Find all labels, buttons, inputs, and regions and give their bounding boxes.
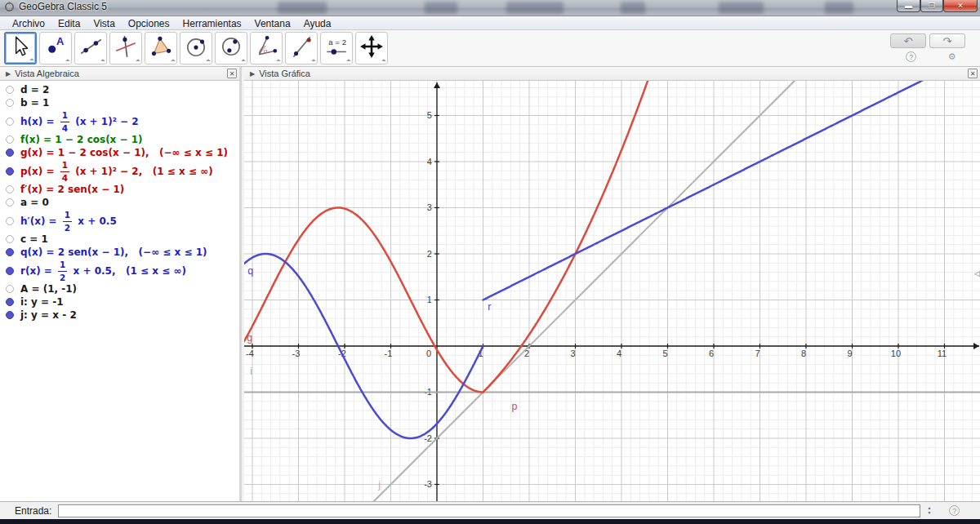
close-button[interactable]: ✕ [943, 0, 978, 12]
algebra-item-d[interactable]: d = 2 [0, 83, 239, 96]
input-bar: Entrada: ▲ ▼ ? [0, 501, 980, 519]
graphics-collapse-arrow-icon[interactable]: ▶ [250, 70, 255, 78]
undo-button[interactable]: ↶ [890, 33, 926, 48]
polygon-icon [149, 34, 173, 62]
redo-icon: ↷ [943, 36, 952, 47]
visibility-toggle-icon[interactable] [6, 198, 14, 206]
algebra-collapse-arrow-icon[interactable]: ▶ [6, 70, 11, 78]
menu-bar: ArchivoEditaVistaOpcionesHerramientasVen… [0, 17, 980, 30]
algebra-item-text: a = 0 [20, 197, 49, 208]
graphics-view-title: Vista Gráfica [259, 69, 310, 78]
menu-ayuda[interactable]: Ayuda [298, 18, 337, 29]
visibility-toggle-icon[interactable] [6, 285, 14, 293]
svg-text:3: 3 [427, 202, 432, 212]
algebra-item-r[interactable]: r(x) = 12 x + 0.5, (1 ≤ x ≤ ∞) [0, 259, 239, 282]
curve-p[interactable] [483, 81, 657, 393]
redo-button[interactable]: ↷ [929, 33, 965, 48]
curve-label-i: i [250, 366, 252, 377]
visibility-toggle-icon[interactable] [6, 311, 14, 319]
panel-collapse-handle-icon[interactable]: ◁ [974, 269, 980, 278]
slider-tool[interactable]: a = 2 [320, 32, 353, 64]
tool-dropdown-arrow-icon[interactable] [276, 59, 281, 64]
transform-tool[interactable] [285, 32, 318, 64]
algebra-item-h[interactable]: h(x) = 14 (x + 1)² − 2 [0, 109, 239, 133]
input-history-spinner[interactable]: ▲ ▼ [927, 506, 931, 515]
visibility-toggle-icon[interactable] [6, 149, 14, 157]
algebra-item-q[interactable]: q(x) = 2 sen(x − 1), (−∞ ≤ x ≤ 1) [0, 246, 239, 259]
visibility-toggle-icon[interactable] [6, 235, 14, 243]
perpendicular-line-tool[interactable] [109, 32, 142, 64]
point-tool[interactable]: A [39, 32, 72, 64]
algebra-item-j[interactable]: j: y = x - 2 [0, 309, 239, 322]
input-help-button[interactable]: ? [949, 505, 960, 516]
tool-dropdown-arrow-icon[interactable] [171, 59, 176, 64]
visibility-toggle-icon[interactable] [6, 167, 14, 175]
visibility-toggle-icon[interactable] [6, 248, 14, 256]
algebra-item-f-prime[interactable]: f′(x) = 2 sen(x − 1) [0, 183, 239, 196]
algebra-item-list: d = 2b = 1h(x) = 14 (x + 1)² − 2f(x) = 1… [0, 81, 239, 501]
svg-text:0: 0 [426, 349, 431, 358]
algebra-item-c[interactable]: c = 1 [0, 233, 239, 246]
algebra-item-text: h′(x) = 12 x + 0.5 [20, 210, 117, 232]
perpendicular-icon [114, 34, 138, 62]
move-tool[interactable] [4, 32, 37, 64]
menu-vista[interactable]: Vista [87, 18, 120, 29]
algebra-item-text: f′(x) = 2 sen(x − 1) [20, 184, 124, 195]
menu-edita[interactable]: Edita [52, 18, 86, 29]
algebra-close-icon[interactable]: ✕ [227, 69, 237, 78]
visibility-toggle-icon[interactable] [6, 99, 14, 107]
entrada-input[interactable] [58, 504, 920, 517]
graphics-close-icon[interactable]: ✕ [968, 69, 978, 78]
tool-dropdown-arrow-icon[interactable] [65, 59, 70, 64]
curve-r[interactable] [483, 81, 980, 300]
spinner-down-icon: ▼ [927, 511, 931, 516]
tool-dropdown-arrow-icon[interactable] [241, 59, 246, 64]
svg-text:-3: -3 [424, 479, 432, 489]
minimize-button[interactable]: ▬ [897, 0, 920, 12]
visibility-toggle-icon[interactable] [6, 118, 14, 126]
visibility-toggle-icon[interactable] [6, 185, 14, 193]
algebra-item-text: f(x) = 1 − 2 cos(x − 1) [20, 134, 143, 145]
move-graphics-tool[interactable] [355, 32, 388, 64]
graphics-view-panel: ▶ Vista Gráfica ✕ -4-3-2-101234567891011… [244, 67, 980, 501]
algebra-item-A[interactable]: A = (1, -1) [0, 282, 239, 295]
tool-dropdown-arrow-icon[interactable] [311, 59, 316, 64]
visibility-toggle-icon[interactable] [6, 298, 14, 306]
tool-dropdown-arrow-icon[interactable] [346, 59, 351, 64]
algebra-item-i[interactable]: i: y = -1 [0, 295, 239, 309]
maximize-button[interactable]: ❐ [920, 0, 943, 12]
algebra-item-f[interactable]: f(x) = 1 − 2 cos(x − 1) [0, 133, 239, 146]
tool-dropdown-arrow-icon[interactable] [206, 59, 211, 64]
algebra-view-panel: ▶ Vista Algebraica ✕ d = 2b = 1h(x) = 14… [0, 67, 242, 501]
visibility-toggle-icon[interactable] [6, 135, 14, 144]
help-button[interactable]: ? [906, 51, 916, 62]
menu-archivo[interactable]: Archivo [7, 18, 51, 29]
circle-tool[interactable] [180, 32, 212, 64]
menu-opciones[interactable]: Opciones [122, 18, 176, 29]
tool-dropdown-arrow-icon[interactable] [100, 59, 105, 64]
angle-tool[interactable]: α [250, 32, 283, 64]
algebra-item-text: j: y = x - 2 [20, 309, 77, 321]
toolbar: Aαa = 2 ↶ ↷ ? ⚙ [0, 30, 980, 67]
algebra-item-p[interactable]: p(x) = 14 (x + 1)² − 2, (1 ≤ x ≤ ∞) [0, 159, 239, 183]
tool-dropdown-arrow-icon[interactable] [381, 59, 386, 64]
graph-svg[interactable]: -4-3-2-101234567891011-3-2-112345ijgpqr [244, 81, 980, 501]
tool-dropdown-arrow-icon[interactable] [136, 59, 140, 64]
algebra-item-g[interactable]: g(x) = 1 − 2 cos(x − 1), (−∞ ≤ x ≤ 1) [0, 146, 239, 159]
menu-herramientas[interactable]: Herramientas [177, 18, 247, 29]
menu-ventana[interactable]: Ventana [249, 18, 296, 29]
visibility-toggle-icon[interactable] [6, 86, 14, 94]
algebra-item-text: r(x) = 12 x + 0.5, (1 ≤ x ≤ ∞) [20, 260, 186, 282]
algebra-item-h-prime[interactable]: h′(x) = 12 x + 0.5 [0, 209, 239, 233]
polygon-tool[interactable] [145, 32, 177, 64]
graph-canvas[interactable]: -4-3-2-101234567891011-3-2-112345ijgpqr [244, 81, 980, 501]
algebra-item-a[interactable]: a = 0 [0, 196, 239, 209]
settings-button[interactable]: ⚙ [948, 51, 956, 62]
algebra-item-b[interactable]: b = 1 [0, 96, 239, 109]
svg-text:a = 2: a = 2 [328, 38, 346, 47]
visibility-toggle-icon[interactable] [6, 267, 14, 275]
title-bar: GeoGebra Classic 5 ▬ ❐ ✕ [0, 0, 980, 16]
line-tool[interactable] [74, 32, 107, 64]
visibility-toggle-icon[interactable] [6, 217, 14, 225]
conic-tool[interactable] [215, 32, 247, 64]
